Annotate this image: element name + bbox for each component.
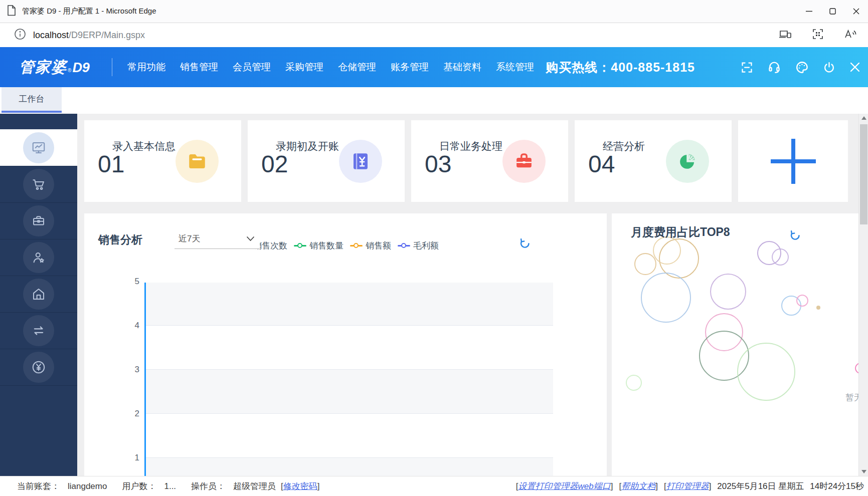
account-label: 当前账套： xyxy=(17,480,60,492)
chevron-down-icon xyxy=(246,236,255,241)
status-bar: 当前账套： liangdemo 用户数： 1... 操作员： 超级管理员 [修改… xyxy=(0,476,868,496)
scroll-thumb[interactable] xyxy=(860,124,867,224)
scroll-down-button[interactable] xyxy=(859,467,868,476)
nav-item-sales-management[interactable]: 销售管理 xyxy=(180,61,218,74)
sidebar-item-purchase[interactable] xyxy=(0,202,77,239)
transfer-arrows-icon xyxy=(31,323,46,338)
refresh-button[interactable] xyxy=(519,237,531,251)
nav-item-common-functions[interactable]: 常用功能 xyxy=(127,61,165,74)
print-manager-link[interactable]: 打印管理器 xyxy=(666,481,709,491)
expense-bubble xyxy=(772,249,789,266)
grid-band xyxy=(146,370,553,414)
help-doc-link[interactable]: 帮助文档 xyxy=(621,481,655,491)
shortcut-cards-row: 录入基本信息 01 录期初及开账 02 xyxy=(84,120,848,202)
nav-item-account-management[interactable]: 账务管理 xyxy=(391,61,429,74)
card-business-analysis[interactable]: 经营分析 04 xyxy=(575,120,732,202)
info-icon[interactable] xyxy=(14,28,26,42)
minimize-button[interactable] xyxy=(797,0,821,23)
address-bar[interactable]: localhost/D9ERP/Main.gspx xyxy=(0,23,868,48)
close-x-icon[interactable] xyxy=(849,61,861,73)
grid-band xyxy=(146,458,553,476)
apps-grid-icon[interactable] xyxy=(812,28,824,42)
add-card-button[interactable] xyxy=(738,120,848,202)
change-password-link[interactable]: 修改密码 xyxy=(283,481,317,491)
y-axis-label: 1 xyxy=(113,452,139,463)
grid-band xyxy=(146,283,553,326)
sidebar-item-workbench[interactable] xyxy=(0,129,77,166)
url-text[interactable]: localhost/D9ERP/Main.gspx xyxy=(33,30,145,41)
nav-item-system-management[interactable]: 系统管理 xyxy=(496,61,534,74)
nav-item-member-management[interactable]: 会员管理 xyxy=(233,61,271,74)
chart-legend: 销售次数 销售数量 销售额 毛利额 xyxy=(238,240,439,252)
card-basic-info[interactable]: 录入基本信息 01 xyxy=(84,120,241,202)
document-icon xyxy=(7,5,16,18)
card-number: 04 xyxy=(588,150,615,178)
status-date: 2025年5月16日 星期五 xyxy=(717,480,804,492)
card-daily-business[interactable]: 日常业务处理 03 xyxy=(411,120,568,202)
window-title: 管家婆 D9 - 用户配置 1 - Microsoft Edge xyxy=(22,7,156,16)
card-number: 01 xyxy=(98,150,124,178)
logo-text-cn: 管家婆 xyxy=(19,57,67,78)
url-host: localhost xyxy=(33,30,69,40)
close-button[interactable] xyxy=(844,0,868,23)
pie-chart-icon xyxy=(666,140,709,183)
legend-line-marker-icon xyxy=(398,243,410,248)
maximize-button[interactable] xyxy=(821,0,844,23)
refresh-icon xyxy=(790,229,801,240)
expense-bubble xyxy=(855,363,858,374)
logo-text-d9: D9 xyxy=(72,60,90,76)
sales-panel-title: 销售分析 xyxy=(98,232,142,247)
currency-yen-icon xyxy=(31,360,46,375)
logo-registered-mark: ® xyxy=(68,68,71,73)
operator-label: 操作员： xyxy=(191,480,225,492)
scan-frame-icon[interactable] xyxy=(740,61,754,74)
nav-divider xyxy=(112,58,112,76)
sidebar-item-transfer[interactable] xyxy=(0,312,77,349)
vertical-scrollbar[interactable] xyxy=(858,114,868,476)
expense-panel-title: 月度费用占比TOP8 xyxy=(631,224,730,240)
bracket: ] xyxy=(611,481,613,491)
scroll-up-button[interactable] xyxy=(859,114,868,122)
devices-icon[interactable] xyxy=(779,29,792,42)
expense-bubble xyxy=(641,273,691,323)
nav-item-purchase-management[interactable]: 采购管理 xyxy=(285,61,323,74)
legend-line-marker-icon xyxy=(350,243,363,248)
tab-workbench[interactable]: 工作台 xyxy=(2,87,62,111)
theme-palette-icon[interactable] xyxy=(795,60,809,75)
printer-web-port-link[interactable]: 设置打印管理器web端口 xyxy=(518,481,611,491)
users-value: 1... xyxy=(164,481,176,491)
headset-icon[interactable] xyxy=(767,60,781,74)
card-number: 03 xyxy=(425,150,451,178)
no-data-text: 暂无数据 xyxy=(845,392,858,403)
card-opening-balance[interactable]: 录期初及开账 02 xyxy=(248,120,405,202)
card-number: 02 xyxy=(261,150,288,178)
refresh-icon xyxy=(519,237,531,249)
sidebar-item-finance[interactable] xyxy=(0,349,77,386)
purchase-hotline: 购买热线：400-885-1815 xyxy=(546,59,695,76)
expense-bubble xyxy=(653,236,681,265)
range-selected-value: 近7天 xyxy=(175,233,246,244)
toolbox-icon xyxy=(31,213,46,228)
read-aloud-icon[interactable] xyxy=(844,29,857,42)
bracket: ] xyxy=(655,481,658,491)
expense-top8-panel: 月度费用占比TOP8 暂无数据 xyxy=(612,213,858,476)
app-logo: 管家婆 ® D9 xyxy=(19,57,98,78)
legend-item-sales-amount[interactable]: 销售额 xyxy=(350,240,391,252)
nav-item-warehouse-management[interactable]: 仓储管理 xyxy=(338,61,376,74)
range-dropdown[interactable]: 近7天 xyxy=(175,228,260,249)
power-icon[interactable] xyxy=(823,61,835,74)
legend-item-sales-qty[interactable]: 销售数量 xyxy=(294,240,343,252)
nav-item-basic-data[interactable]: 基础资料 xyxy=(443,61,481,74)
folder-icon xyxy=(176,140,219,183)
sidebar-item-warehouse[interactable] xyxy=(0,276,77,313)
refresh-button[interactable] xyxy=(790,229,801,242)
sidebar-item-member[interactable] xyxy=(0,239,77,276)
account-value: liangdemo xyxy=(68,481,107,491)
legend-item-gross-profit[interactable]: 毛利额 xyxy=(398,240,439,252)
expense-bubble xyxy=(626,375,642,391)
warehouse-home-icon xyxy=(31,287,46,302)
plus-icon xyxy=(771,139,816,184)
sidebar-item-sales[interactable] xyxy=(0,166,77,203)
users-label: 用户数： xyxy=(122,480,156,492)
y-axis-label: 4 xyxy=(113,320,139,331)
